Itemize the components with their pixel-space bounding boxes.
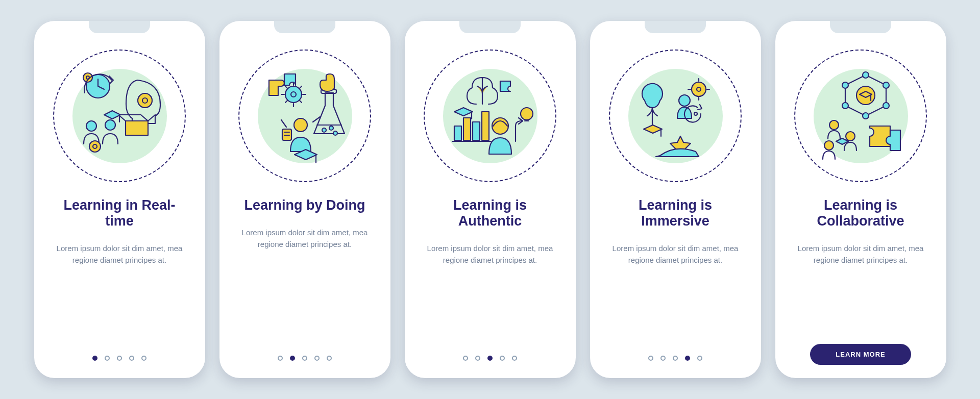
svg-point-6	[86, 121, 96, 131]
phone-notch	[89, 21, 150, 33]
dot[interactable]	[648, 356, 653, 361]
immersive-learning-icon	[624, 65, 726, 167]
realtime-learning-icon	[68, 65, 170, 167]
onboarding-card: Learning by Doing Lorem ipsum dolor sit …	[219, 21, 390, 378]
dot[interactable]	[475, 356, 480, 361]
svg-point-39	[883, 103, 889, 109]
dot[interactable]	[129, 356, 134, 361]
card-description: Lorem ipsum dolor sit dim amet, mea regi…	[794, 242, 927, 266]
onboarding-card: Learning is Authentic Lorem ipsum dolor …	[405, 21, 576, 378]
svg-point-14	[322, 128, 326, 132]
card-title: Learning by Doing	[244, 197, 365, 213]
svg-point-15	[329, 126, 333, 130]
phone-notch	[645, 21, 706, 33]
onboarding-card: Learning is Collaborative Lorem ipsum do…	[775, 21, 946, 378]
dot[interactable]	[697, 356, 702, 361]
pagination-dots	[648, 356, 702, 361]
onboarding-card: Learning in Real-time Lorem ipsum dolor …	[34, 21, 205, 378]
svg-point-7	[105, 120, 115, 130]
illustration-wrap	[794, 49, 927, 182]
card-title: Learning is Collaborative	[794, 197, 927, 229]
svg-rect-5	[126, 121, 148, 135]
dot[interactable]	[327, 356, 332, 361]
learn-more-button[interactable]: LEARN MORE	[810, 344, 911, 365]
svg-point-29	[521, 108, 533, 120]
svg-point-40	[863, 113, 869, 119]
dot[interactable]	[302, 356, 307, 361]
svg-point-45	[829, 120, 839, 130]
svg-point-47	[824, 141, 834, 150]
onboarding-card: Learning is Immersive Lorem ipsum dolor …	[590, 21, 761, 378]
svg-point-42	[842, 82, 848, 88]
svg-point-37	[863, 72, 869, 78]
card-title: Learning in Real-time	[53, 197, 186, 229]
svg-point-8	[89, 141, 101, 152]
dot[interactable]	[512, 356, 517, 361]
dot[interactable]	[487, 356, 493, 361]
card-title: Learning is Authentic	[424, 197, 556, 229]
svg-point-17	[294, 118, 307, 132]
dot[interactable]	[290, 356, 295, 361]
learning-by-doing-icon	[254, 65, 356, 167]
dot[interactable]	[314, 356, 320, 361]
svg-point-11	[285, 86, 302, 103]
illustration-wrap	[238, 49, 371, 182]
card-title: Learning is Immersive	[609, 197, 742, 229]
svg-point-28	[492, 118, 508, 134]
illustration-wrap	[424, 49, 556, 182]
svg-point-38	[883, 82, 889, 88]
dot[interactable]	[92, 356, 97, 361]
pagination-dots	[278, 356, 332, 361]
pagination-dots	[92, 356, 146, 361]
dot[interactable]	[117, 356, 122, 361]
svg-point-35	[694, 112, 697, 115]
svg-point-43	[856, 86, 875, 105]
svg-rect-25	[482, 112, 489, 140]
svg-point-46	[846, 132, 855, 141]
illustration-wrap	[609, 49, 742, 182]
phone-notch	[274, 21, 335, 33]
dot[interactable]	[278, 356, 283, 361]
dot[interactable]	[685, 356, 690, 361]
dot[interactable]	[105, 356, 110, 361]
svg-point-33	[692, 82, 706, 96]
dot[interactable]	[660, 356, 666, 361]
card-description: Lorem ipsum dolor sit dim amet, mea regi…	[53, 242, 186, 266]
svg-rect-23	[463, 118, 471, 140]
illustration-wrap	[53, 49, 186, 182]
phone-notch	[459, 21, 521, 33]
dot[interactable]	[141, 356, 146, 361]
svg-point-41	[842, 103, 848, 109]
collaborative-learning-icon	[810, 65, 912, 167]
card-description: Lorem ipsum dolor sit dim amet, mea regi…	[424, 242, 556, 266]
card-description: Lorem ipsum dolor sit dim amet, mea regi…	[609, 242, 742, 266]
svg-rect-22	[454, 126, 461, 140]
svg-point-32	[679, 95, 690, 106]
pagination-dots	[463, 356, 517, 361]
dot[interactable]	[500, 356, 505, 361]
authentic-learning-icon	[439, 65, 541, 167]
svg-rect-24	[473, 122, 480, 140]
dot[interactable]	[673, 356, 678, 361]
svg-point-3	[138, 93, 152, 108]
phone-notch	[830, 21, 891, 33]
svg-point-1	[83, 73, 92, 82]
card-description: Lorem ipsum dolor sit dim amet, mea regi…	[238, 227, 371, 251]
dot[interactable]	[463, 356, 468, 361]
svg-point-16	[333, 131, 337, 135]
